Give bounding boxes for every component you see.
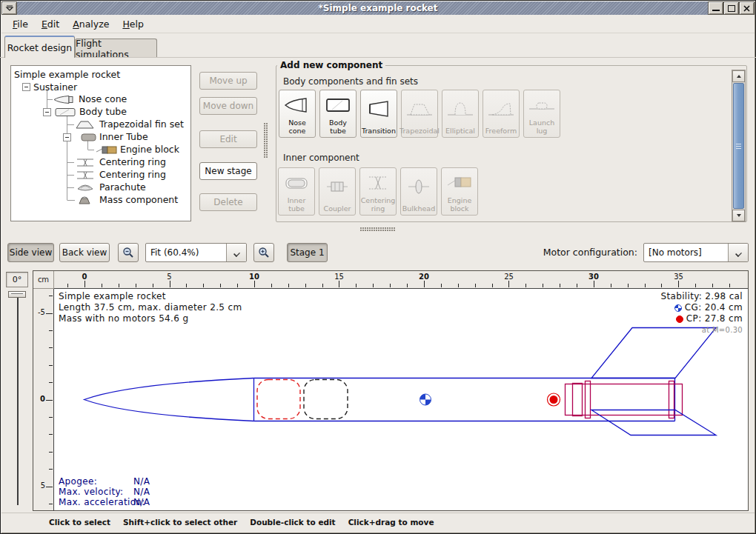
scroll-down-button[interactable] (732, 210, 745, 221)
tree-item-inner-tube[interactable]: Inner Tube (99, 131, 148, 142)
rotation-slider-track[interactable] (17, 293, 19, 505)
scroll-up-button[interactable] (732, 70, 745, 82)
inner-component-label: Inner component (283, 153, 359, 163)
menu-bar: File Edit Analyze Help (1, 15, 755, 33)
add-bulkhead-button[interactable]: Bulkhead (400, 167, 437, 216)
tree-item-parachute[interactable]: Parachute (99, 181, 146, 193)
rotation-slider-handle[interactable] (8, 291, 26, 298)
new-stage-button[interactable]: New stage (199, 162, 257, 180)
move-up-button[interactable]: Move up (199, 72, 257, 90)
max-acceleration-label: Max. acceleration: (59, 497, 145, 507)
tab-flight-simulations[interactable]: Flight simulations (75, 39, 157, 58)
tree-item-engine-block[interactable]: Engine block (120, 144, 179, 155)
tree-item-centering-ring-1[interactable]: Centering ring (99, 156, 166, 167)
fin-set-tree-icon (75, 120, 96, 130)
zoom-level-select[interactable]: Fit (60.4%) (145, 243, 247, 262)
minimize-icon (712, 10, 720, 11)
stability-value: Stability: 2.98 cal (660, 291, 743, 302)
launch-lug-icon (527, 90, 557, 119)
back-view-button[interactable]: Back view (59, 243, 110, 262)
max-velocity-value: N/A (133, 487, 150, 497)
add-launch-lug-button[interactable]: Launch lug (523, 90, 560, 138)
maximize-button[interactable] (723, 1, 739, 15)
cg-value: CG: 20.4 cm (685, 302, 743, 313)
add-nose-cone-button[interactable]: Nose cone (279, 90, 316, 138)
minimize-button[interactable] (708, 1, 723, 15)
window-menu-icon (5, 4, 14, 13)
stage-1-toggle[interactable]: Stage 1 (287, 243, 328, 262)
component-panel-scrollbar[interactable] (732, 70, 746, 222)
menu-analyze[interactable]: Analyze (66, 16, 116, 32)
add-freeform-fin-button[interactable]: Freeform (483, 90, 520, 138)
tree-item-sustainer[interactable]: Sustainer (33, 81, 77, 93)
h-ruler-label: 5 (167, 273, 171, 281)
inner-tube-outline (566, 384, 683, 415)
tree-item-fin-set[interactable]: Trapezoidal fin set (99, 119, 184, 130)
engine-block-tree-icon (95, 145, 119, 155)
motor-configuration-select[interactable]: [No motors] (643, 243, 749, 262)
delete-button[interactable]: Delete (199, 193, 257, 211)
apogee-value: N/A (133, 476, 150, 487)
coupler-icon (322, 168, 352, 205)
tree-item-mass-component[interactable]: Mass component (99, 194, 178, 205)
component-tree[interactable]: Simple example rocket Sustainer Nose con… (10, 65, 191, 221)
engine-block-icon (445, 168, 474, 197)
zoom-in-button[interactable] (253, 243, 274, 262)
freeform-fin-icon (486, 90, 516, 127)
trapezoidal-fin-icon (405, 90, 434, 127)
title-bar[interactable]: *Simple example rocket (1, 1, 755, 15)
scrollbar-thumb[interactable] (733, 83, 744, 209)
tab-rocket-design[interactable]: Rocket design (4, 36, 75, 58)
tree-expander-sustainer[interactable] (22, 83, 30, 91)
horizontal-splitter-handle[interactable] (360, 227, 396, 232)
add-inner-tube-button[interactable]: Inner tube (278, 167, 315, 216)
add-coupler-button[interactable]: Coupler (319, 167, 356, 216)
side-view-button[interactable]: Side view (7, 243, 54, 262)
window-menu-button[interactable] (1, 1, 17, 15)
tree-expander-inner-tube[interactable] (63, 133, 71, 141)
add-transition-button[interactable]: Transition (360, 90, 397, 138)
tree-item-nose-cone[interactable]: Nose cone (79, 93, 127, 104)
add-elliptical-fin-button[interactable]: Elliptical (442, 90, 479, 138)
vertical-splitter-handle[interactable] (264, 123, 268, 158)
zoom-out-icon (122, 247, 134, 258)
horizontal-ruler: 0 5 10 15 20 25 30 35 (54, 271, 748, 289)
arrow-up-icon (736, 74, 742, 79)
maximize-icon (728, 5, 735, 12)
motor-select-arrow[interactable] (728, 244, 748, 261)
hint-click-drag: Click+drag to move (348, 518, 434, 532)
menu-help[interactable]: Help (116, 16, 150, 32)
h-ruler-label: 20 (419, 273, 429, 281)
centering-ring-outline-2 (669, 381, 674, 418)
tree-item-centering-ring-2[interactable]: Centering ring (99, 169, 166, 180)
h-ruler-label: 15 (334, 273, 344, 281)
add-body-tube-button[interactable]: Body tube (319, 90, 357, 138)
cp-marker (548, 393, 560, 406)
lower-fin-outline (591, 410, 716, 435)
tree-item-body-tube[interactable]: Body tube (79, 106, 127, 117)
h-ruler-label: 10 (249, 273, 259, 281)
close-button[interactable] (739, 1, 755, 15)
menu-edit[interactable]: Edit (35, 16, 66, 32)
add-centering-ring-button[interactable]: Centering ring (359, 167, 397, 216)
rocket-canvas[interactable]: Simple example rocket Length 37.5 cm, ma… (54, 289, 748, 510)
tree-item-rocket[interactable]: Simple example rocket (14, 69, 120, 80)
chevron-down-icon (735, 250, 742, 256)
add-trapezoidal-fin-button[interactable]: Trapezoidal (401, 90, 438, 138)
cp-value: CP: 27.8 cm (686, 313, 743, 324)
centering-ring-tree-icon-2 (75, 170, 96, 180)
nose-cone-tree-icon (53, 95, 75, 104)
mach-condition: at M=0.30 (660, 324, 743, 336)
inner-tube-tree-icon (80, 133, 98, 142)
menu-file[interactable]: File (6, 16, 35, 32)
add-engine-block-button[interactable]: Engine block (441, 167, 478, 216)
centering-ring-outline-1 (586, 381, 591, 418)
add-component-title: Add new component (277, 60, 385, 70)
tree-expander-body-tube[interactable] (43, 108, 51, 116)
parachute-outline (257, 380, 300, 419)
zoom-in-icon (258, 247, 270, 258)
zoom-out-button[interactable] (118, 243, 139, 262)
edit-button[interactable]: Edit (199, 130, 257, 148)
zoom-select-arrow[interactable] (226, 244, 246, 261)
move-down-button[interactable]: Move down (199, 97, 257, 115)
